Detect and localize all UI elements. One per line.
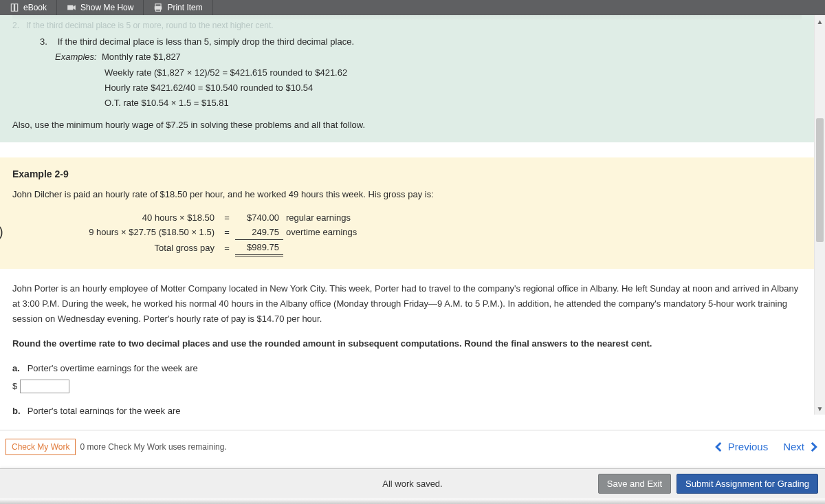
top-toolbar: eBook Show Me How Print Item xyxy=(0,0,825,15)
example-calc: 40 hours × $18.50 = $740.00 regular earn… xyxy=(54,210,361,256)
video-icon xyxy=(67,3,76,12)
scroll-down-icon[interactable]: ▼ xyxy=(815,402,825,415)
check-my-work-button[interactable]: Check My Work xyxy=(6,439,76,455)
submit-bar: All work saved. Save and Exit Submit Ass… xyxy=(0,468,825,498)
vertical-scrollbar[interactable]: ▲ ▼ xyxy=(814,15,825,415)
examples-row: Examples: Monthly rate $1,827 xyxy=(12,50,802,65)
question-a-label: a. xyxy=(12,361,25,376)
example-2-9-box: Example 2-9 John Dilcher is paid an hour… xyxy=(0,157,814,269)
svg-rect-0 xyxy=(67,6,73,10)
calc-row-overtime: 9 hours × $27.75 ($18.50 × 1.5) = 249.75… xyxy=(54,225,361,240)
save-and-exit-button[interactable]: Save and Exit xyxy=(598,474,671,494)
example-line-c: Hourly rate $421.62/40 = $10.540 rounded… xyxy=(12,80,802,96)
calc-row-total: Total gross pay = $989.75 xyxy=(54,240,361,256)
check-nav-bar: Check My Work 0 more Check My Work uses … xyxy=(0,430,825,463)
question-b: b. Porter's total earnings for the week … xyxy=(12,404,802,415)
problem-section: John Porter is an hourly employee of Mot… xyxy=(12,281,802,415)
example-lead: John Dilcher is paid an hourly rate of $… xyxy=(12,188,802,202)
example-title: Example 2-9 xyxy=(12,168,802,179)
previous-label: Previous xyxy=(728,441,768,452)
svg-rect-3 xyxy=(156,9,161,12)
example-line-d: O.T. rate $10.54 × 1.5 = $15.81 xyxy=(12,96,802,111)
chevron-left-icon xyxy=(713,441,725,453)
stray-paren: ) xyxy=(0,224,3,240)
examples-label: Examples: xyxy=(55,52,97,62)
next-label: Next xyxy=(783,441,804,452)
rule-2-text: If the third decimal place is 5 or more,… xyxy=(26,21,274,30)
also-note: Also, use the minimum hourly wage of $7.… xyxy=(12,118,802,133)
answer-a-input[interactable] xyxy=(20,380,69,393)
example-line-a: Monthly rate $1,827 xyxy=(102,52,181,62)
rule-3-text: If the third decimal place is less than … xyxy=(58,36,354,47)
scroll-up-icon[interactable]: ▲ xyxy=(815,15,825,28)
submit-for-grading-button[interactable]: Submit Assignment for Grading xyxy=(676,474,818,494)
rule-3-num: 3. xyxy=(40,34,55,50)
next-button[interactable]: Next xyxy=(783,441,820,453)
calc-row-regular: 40 hours × $18.50 = $740.00 regular earn… xyxy=(54,210,361,225)
rule-2-num: 2. xyxy=(12,21,19,30)
question-a: a. Porter's overtime earnings for the we… xyxy=(12,361,802,394)
content-area: 2. If the third decimal place is 5 or mo… xyxy=(0,15,814,415)
problem-paragraph: John Porter is an hourly employee of Mot… xyxy=(12,281,802,327)
previous-button[interactable]: Previous xyxy=(713,441,768,453)
all-work-saved-text: All work saved. xyxy=(382,479,442,489)
book-icon xyxy=(10,3,19,12)
question-a-text: Porter's overtime earnings for the week … xyxy=(28,363,198,373)
ebook-button[interactable]: eBook xyxy=(0,0,57,15)
dollar-sign-a: $ xyxy=(12,379,17,394)
svg-rect-1 xyxy=(155,4,161,7)
check-remaining-text: 0 more Check My Work uses remaining. xyxy=(80,442,226,452)
print-icon xyxy=(153,3,163,12)
print-item-button[interactable]: Print Item xyxy=(144,0,212,15)
question-b-label: b. xyxy=(12,404,25,415)
rule-2-cutoff: 2. If the third decimal place is 5 or mo… xyxy=(12,19,802,32)
ebook-label: eBook xyxy=(23,3,47,12)
example-line-b: Weekly rate ($1,827 × 12)/52 = $421.615 … xyxy=(12,65,802,80)
show-me-how-label: Show Me How xyxy=(80,3,133,12)
question-b-text: Porter's total earnings for the week are xyxy=(28,406,181,415)
problem-instructions: Round the overtime rate to two decimal p… xyxy=(12,336,802,351)
print-item-label: Print Item xyxy=(167,3,202,12)
scroll-thumb[interactable] xyxy=(816,118,824,242)
chevron-right-icon xyxy=(807,441,820,453)
rule-3: 3. If the third decimal place is less th… xyxy=(12,34,802,50)
show-me-how-button[interactable]: Show Me How xyxy=(57,0,144,15)
rounding-rules-box: 2. If the third decimal place is 5 or mo… xyxy=(0,15,814,142)
page-bottom-shadow xyxy=(0,498,825,504)
